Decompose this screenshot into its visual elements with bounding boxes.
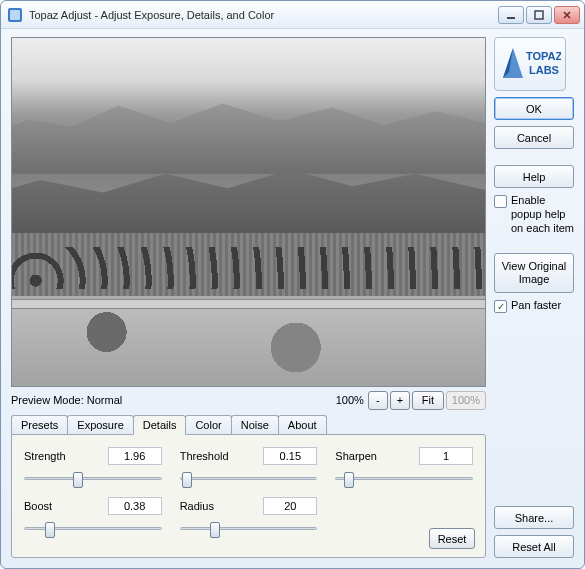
zoom-fit-button[interactable]: Fit <box>412 391 444 410</box>
enable-popup-help-label: Enable popup help on each item <box>511 194 574 235</box>
preview-mode-label: Preview Mode: Normal <box>11 394 336 406</box>
titlebar[interactable]: Topaz Adjust - Adjust Exposure, Details,… <box>1 1 584 29</box>
svg-text:LABS: LABS <box>529 64 559 76</box>
tab-presets[interactable]: Presets <box>11 415 68 435</box>
preview-image[interactable] <box>11 37 486 387</box>
tab-color[interactable]: Color <box>185 415 231 435</box>
pan-faster-label: Pan faster <box>511 299 561 313</box>
boost-slider[interactable] <box>24 519 162 537</box>
sharpen-value[interactable]: 1 <box>419 447 473 465</box>
radius-slider[interactable] <box>180 519 318 537</box>
zoom-100-button[interactable]: 100% <box>446 391 486 410</box>
sharpen-control: Sharpen 1 <box>335 447 473 487</box>
cancel-button[interactable]: Cancel <box>494 126 574 149</box>
svg-text:TOPAZ: TOPAZ <box>526 50 561 62</box>
sharpen-label: Sharpen <box>335 450 377 462</box>
app-window: Topaz Adjust - Adjust Exposure, Details,… <box>0 0 585 569</box>
pan-faster-checkbox[interactable]: Pan faster <box>494 299 574 313</box>
boost-control: Boost 0.38 <box>24 497 162 537</box>
zoom-in-button[interactable]: + <box>390 391 410 410</box>
radius-control: Radius 20 <box>180 497 318 537</box>
maximize-button[interactable] <box>526 6 552 24</box>
threshold-slider[interactable] <box>180 469 318 487</box>
threshold-control: Threshold 0.15 <box>180 447 318 487</box>
zoom-percent-label: 100% <box>336 394 364 406</box>
boost-label: Boost <box>24 500 52 512</box>
radius-value[interactable]: 20 <box>263 497 317 515</box>
tab-strip: Presets Exposure Details Color Noise Abo… <box>11 414 486 434</box>
threshold-label: Threshold <box>180 450 229 462</box>
boost-value[interactable]: 0.38 <box>108 497 162 515</box>
minimize-button[interactable] <box>498 6 524 24</box>
sharpen-slider[interactable] <box>335 469 473 487</box>
checkbox-icon <box>494 195 507 208</box>
ok-button[interactable]: OK <box>494 97 574 120</box>
tab-noise[interactable]: Noise <box>231 415 279 435</box>
strength-control: Strength 1.96 <box>24 447 162 487</box>
reset-all-button[interactable]: Reset All <box>494 535 574 558</box>
app-icon <box>7 7 23 23</box>
strength-value[interactable]: 1.96 <box>108 447 162 465</box>
tab-about[interactable]: About <box>278 415 327 435</box>
share-button[interactable]: Share... <box>494 506 574 529</box>
svg-rect-3 <box>535 11 543 19</box>
window-title: Topaz Adjust - Adjust Exposure, Details,… <box>29 9 498 21</box>
enable-popup-help-checkbox[interactable]: Enable popup help on each item <box>494 194 574 235</box>
radius-label: Radius <box>180 500 214 512</box>
view-original-button[interactable]: View Original Image <box>494 253 574 293</box>
zoom-out-button[interactable]: - <box>368 391 388 410</box>
strength-label: Strength <box>24 450 66 462</box>
strength-slider[interactable] <box>24 469 162 487</box>
tab-exposure[interactable]: Exposure <box>67 415 133 435</box>
reset-button[interactable]: Reset <box>429 528 475 549</box>
svg-rect-1 <box>10 10 20 20</box>
svg-rect-2 <box>507 17 515 19</box>
brand-logo: TOPAZ LABS <box>494 37 566 91</box>
help-button[interactable]: Help <box>494 165 574 188</box>
threshold-value[interactable]: 0.15 <box>263 447 317 465</box>
checkbox-icon <box>494 300 507 313</box>
tab-details[interactable]: Details <box>133 415 187 435</box>
details-panel: Strength 1.96 Threshold 0.15 <box>11 434 486 558</box>
close-button[interactable] <box>554 6 580 24</box>
